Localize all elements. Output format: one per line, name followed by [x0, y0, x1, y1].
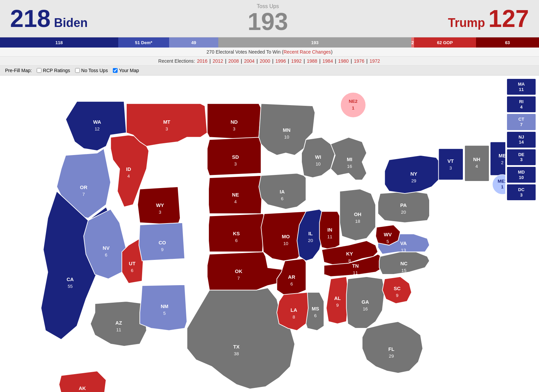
tossups-number: 193 — [248, 8, 288, 35]
tossups-section: Toss Ups 193 — [248, 3, 288, 34]
safe-rep-label: 63 — [505, 40, 510, 45]
sidebar-ct[interactable]: CT7 — [507, 114, 536, 130]
electoral-map[interactable]: WA 12 OR 7 CA 55 NV 6 ID 4 MT 3 WY — [3, 79, 505, 392]
no-tossups-checkbox[interactable] — [75, 68, 80, 73]
ne2-badge[interactable] — [341, 92, 366, 118]
recent-changes-link[interactable]: Recent Race Changes — [284, 49, 331, 55]
prefill-label: Pre-Fill Map: — [5, 68, 32, 73]
lean-rep2-bar: 2 — [411, 37, 414, 48]
header: 218 Biden Toss Ups 193 Trump 127 — [0, 0, 539, 37]
rcp-ratings-checkbox[interactable] — [37, 68, 41, 73]
year-2000[interactable]: 2000 — [260, 58, 270, 64]
trump-label: Trump — [448, 16, 485, 30]
safe-dem-bar: 118 — [0, 37, 118, 48]
tossup-bar: 193 — [218, 37, 412, 48]
fl-state[interactable] — [362, 322, 423, 373]
in-state[interactable] — [319, 211, 340, 249]
electoral-needed-text: 270 Electoral Votes Needed To Win — [207, 49, 281, 55]
oh-state[interactable] — [340, 189, 376, 241]
sidebar: MA11 RI4 CT7 NJ14 DE3 MD10 DC3 — [507, 79, 536, 392]
trump-number: 127 — [488, 6, 529, 31]
lean-rep-bar: 62 GOP — [414, 37, 476, 48]
sidebar-ma[interactable]: MA11 — [507, 79, 536, 95]
nc-state[interactable] — [379, 252, 430, 274]
lean-rep-label: 62 GOP — [437, 40, 453, 45]
ia-state[interactable] — [259, 173, 306, 209]
wi-state[interactable] — [302, 137, 335, 178]
lean-dem2-label: 49 — [191, 40, 196, 45]
safe-rep-bar: 63 — [476, 37, 539, 48]
az-state[interactable] — [90, 301, 147, 346]
lean-dem-bar: 51 Dem* — [118, 37, 169, 48]
year-2012[interactable]: 2012 — [213, 58, 223, 64]
biden-label: Biden — [54, 16, 88, 30]
vt-state[interactable] — [439, 149, 463, 180]
no-tossups-label[interactable]: No Toss Ups — [75, 68, 108, 73]
ne2-label: NE2 — [349, 99, 357, 104]
year-1984[interactable]: 1984 — [322, 58, 333, 64]
sd-state[interactable] — [207, 137, 261, 175]
year-1996[interactable]: 1996 — [276, 58, 286, 64]
ny-state[interactable] — [385, 155, 443, 193]
safe-dem-label: 118 — [55, 40, 63, 45]
year-2016[interactable]: 2016 — [197, 58, 208, 64]
sidebar-de[interactable]: DE3 — [507, 149, 536, 165]
nm-state[interactable] — [140, 285, 187, 331]
nh-state[interactable] — [465, 145, 489, 181]
sidebar-nj[interactable]: NJ14 — [507, 132, 536, 148]
your-map-checkbox[interactable] — [113, 68, 118, 73]
pa-state[interactable] — [378, 191, 430, 222]
map-area: WA 12 OR 7 CA 55 NV 6 ID 4 MT 3 WY — [3, 79, 505, 392]
elections-label: Recent Elections: — [158, 58, 196, 64]
map-container: WA 12 OR 7 CA 55 NV 6 ID 4 MT 3 WY — [0, 76, 539, 392]
ne-state[interactable] — [209, 176, 262, 214]
lean-rep2-label: 2 — [411, 40, 414, 45]
year-1972[interactable]: 1972 — [370, 58, 380, 64]
nd-state[interactable] — [207, 103, 261, 140]
lean-dem2-bar: 49 — [169, 37, 218, 48]
sidebar-dc[interactable]: DC3 — [507, 184, 536, 200]
wy-state[interactable] — [137, 187, 180, 225]
year-2004[interactable]: 2004 — [244, 58, 254, 64]
al-state[interactable] — [326, 277, 349, 324]
elections-bar: Recent Elections: 2016 | 2012 | 2008 | 2… — [0, 57, 539, 66]
ga-state[interactable] — [346, 277, 384, 328]
progress-bar: 118 51 Dem* 49 193 2 62 GOP 63 — [0, 37, 539, 48]
lean-dem-label: 51 Dem* — [135, 40, 152, 45]
sc-state[interactable] — [382, 277, 412, 304]
info-bar: 270 Electoral Votes Needed To Win (Recen… — [0, 48, 539, 57]
co-state[interactable] — [139, 223, 185, 261]
me-state[interactable] — [490, 142, 505, 176]
ar-state[interactable] — [277, 259, 306, 295]
ks-state[interactable] — [209, 214, 265, 252]
mt-state[interactable] — [126, 103, 207, 146]
ms-state[interactable] — [306, 292, 324, 330]
year-1976[interactable]: 1976 — [354, 58, 364, 64]
me1-label: ME1 — [498, 179, 505, 184]
sidebar-md[interactable]: MD10 — [507, 167, 536, 183]
year-1992[interactable]: 1992 — [291, 58, 302, 64]
biden-number: 218 — [10, 6, 51, 31]
tossup-label: 193 — [311, 40, 319, 45]
rcp-ratings-label[interactable]: RCP Ratings — [37, 68, 70, 73]
year-1988[interactable]: 1988 — [307, 58, 317, 64]
trump-section: Trump 127 — [448, 6, 529, 31]
prefill-bar: Pre-Fill Map: RCP Ratings No Toss Ups Yo… — [0, 66, 539, 76]
mi-state[interactable] — [331, 137, 367, 180]
la-state[interactable] — [277, 292, 311, 330]
ne2-ev: 1 — [352, 105, 355, 111]
me1-ev: 1 — [501, 184, 504, 189]
biden-section: 218 Biden — [10, 6, 88, 31]
year-2008[interactable]: 2008 — [228, 58, 239, 64]
sidebar-ri[interactable]: RI4 — [507, 96, 536, 112]
ak-state[interactable] — [59, 371, 106, 392]
year-1980[interactable]: 1980 — [338, 58, 349, 64]
your-map-label[interactable]: Your Map — [113, 68, 139, 73]
